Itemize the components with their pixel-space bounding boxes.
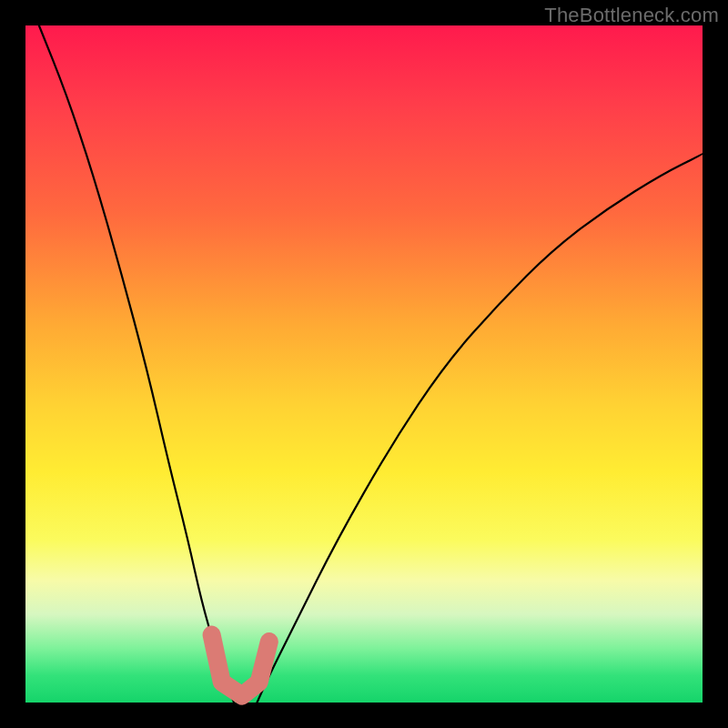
curves-svg xyxy=(25,25,703,703)
left-curve xyxy=(39,25,234,703)
chart-frame: TheBottleneck.com xyxy=(0,0,728,728)
right-curve xyxy=(257,154,703,703)
watermark-text: TheBottleneck.com xyxy=(544,4,719,27)
optimum-marker xyxy=(212,635,269,696)
plot-area xyxy=(25,25,703,703)
